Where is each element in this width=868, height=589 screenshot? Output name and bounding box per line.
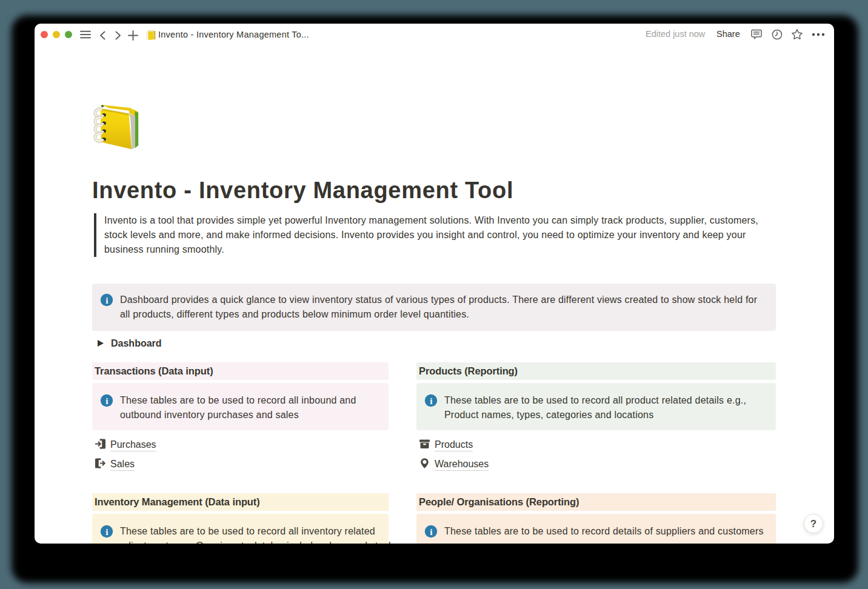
svg-text:i: i — [105, 396, 109, 406]
svg-text:i: i — [105, 295, 109, 305]
svg-text:i: i — [430, 396, 433, 406]
svg-text:i: i — [430, 527, 433, 537]
svg-text:i: i — [105, 527, 109, 537]
